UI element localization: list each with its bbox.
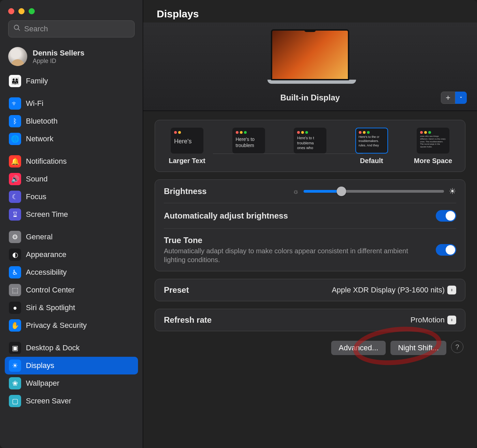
maximize-window-button[interactable] xyxy=(29,8,35,14)
sidebar-item-family[interactable]: 👨‍👩‍👧Family xyxy=(5,72,138,90)
sidebar-item-notifications[interactable]: 🔔Notifications xyxy=(5,153,138,170)
sidebar-item-label: Screen Time xyxy=(26,210,68,219)
access-icon: ♿︎ xyxy=(9,266,21,278)
user-subtitle: Apple ID xyxy=(33,58,84,65)
contrast-icon: ◐ xyxy=(9,249,21,261)
sidebar-item-screensaver[interactable]: ▢Screen Saver xyxy=(5,392,138,410)
sidebar-item-bluetooth[interactable]: ᛒBluetooth xyxy=(5,112,138,130)
settings-window: Dennis Sellers Apple ID 👨‍👩‍👧FamilyᯤWi-F… xyxy=(0,0,477,448)
sidebar-item-wallpaper[interactable]: ❀Wallpaper xyxy=(5,374,138,392)
sidebar-item-accessibility[interactable]: ♿︎Accessibility xyxy=(5,263,138,281)
sidebar-item-label: Screen Saver xyxy=(26,397,71,405)
preset-label: Preset xyxy=(164,285,189,295)
auto-brightness-label: Automatically adjust brightness xyxy=(164,211,288,221)
sidebar-item-label: Desktop & Dock xyxy=(26,343,80,352)
sidebar-item-label: General xyxy=(26,233,52,241)
night-shift-button[interactable]: Night Shift... xyxy=(390,341,446,355)
scale-label-more: More Space xyxy=(414,157,452,165)
sidebar-item-label: Network xyxy=(26,134,53,143)
add-display-button[interactable]: + xyxy=(441,92,455,104)
sidebar-item-desktop[interactable]: ▣Desktop & Dock xyxy=(5,339,138,357)
sidebar-item-label: Notifications xyxy=(26,157,67,166)
apple-id-row[interactable]: Dennis Sellers Apple ID xyxy=(0,44,143,72)
scale-option-more-space[interactable]: ones who see things different. Here's to… xyxy=(411,128,455,165)
sidebar-item-general[interactable]: ⚙General xyxy=(5,228,138,246)
bluetooth-icon: ᛒ xyxy=(9,115,21,127)
refresh-rate-select[interactable]: ProMotion xyxy=(411,316,456,324)
brightness-icon: ☀ xyxy=(9,359,21,372)
dock-icon: ▣ xyxy=(9,342,21,354)
scale-option-default[interactable]: Here's to the crtroublemakers.rules. And… xyxy=(350,128,394,165)
sidebar-item-sound[interactable]: 🔊Sound xyxy=(5,170,138,188)
sidebar-item-label: Privacy & Security xyxy=(26,321,87,330)
search-icon xyxy=(13,24,21,34)
scale-option-3[interactable]: Here's to ttroublemaones who xyxy=(288,128,332,165)
sidebar-item-privacy[interactable]: ✋Privacy & Security xyxy=(5,317,138,334)
sidebar-separator xyxy=(5,148,138,153)
main-content: Displays Built-in Display + xyxy=(143,0,477,448)
preset-select[interactable]: Apple XDR Display (P3-1600 nits) xyxy=(332,286,456,294)
brightness-slider-thumb[interactable] xyxy=(337,187,346,196)
device-name: Built-in Display xyxy=(280,93,340,102)
scale-option-larger-text[interactable]: Here's Larger Text xyxy=(165,128,209,165)
updown-icon xyxy=(447,286,456,294)
sidebar-item-siri[interactable]: ●Siri & Spotlight xyxy=(5,299,138,317)
sidebar-item-label: Focus xyxy=(26,192,46,201)
scale-option-2[interactable]: Here's totroublem xyxy=(227,128,271,165)
window-controls xyxy=(0,5,143,20)
updown-icon xyxy=(447,316,456,324)
advanced-button[interactable]: Advanced... xyxy=(331,341,386,355)
sidebar-item-label: Siri & Spotlight xyxy=(26,303,75,312)
device-preview-area: Built-in Display + xyxy=(143,22,477,111)
family-icon: 👨‍👩‍👧 xyxy=(9,75,21,87)
refresh-rate-panel: Refresh rate ProMotion xyxy=(155,309,465,331)
sidebar-item-label: Sound xyxy=(26,175,48,183)
sidebar-item-focus[interactable]: ☾Focus xyxy=(5,188,138,206)
refresh-rate-label: Refresh rate xyxy=(164,315,212,325)
refresh-rate-value: ProMotion xyxy=(411,316,445,324)
brightness-high-icon xyxy=(449,187,456,196)
sound-icon: 🔊 xyxy=(9,173,21,185)
flower-icon: ❀ xyxy=(9,377,21,389)
minimize-window-button[interactable] xyxy=(18,8,25,14)
sidebar-item-label: Control Center xyxy=(26,286,75,294)
true-tone-label: True Tone xyxy=(164,236,409,245)
brightness-panel: Brightness Automatically adjust brightne… xyxy=(155,179,465,271)
brightness-low-icon xyxy=(293,188,299,195)
sidebar-item-wifi[interactable]: ᯤWi-Fi xyxy=(5,95,138,112)
true-tone-toggle[interactable] xyxy=(436,244,456,256)
scale-label-larger: Larger Text xyxy=(169,157,205,165)
sidebar-item-appearance[interactable]: ◐Appearance xyxy=(5,246,138,263)
macbook-illustration xyxy=(267,29,353,89)
sidebar-item-network[interactable]: 🌐Network xyxy=(5,130,138,148)
search-field-container[interactable] xyxy=(8,20,135,37)
auto-brightness-toggle[interactable] xyxy=(436,210,456,222)
gear-icon: ⚙ xyxy=(9,231,21,243)
sidebar-separator xyxy=(5,223,138,228)
search-input[interactable] xyxy=(24,25,129,33)
brightness-slider[interactable] xyxy=(304,190,444,193)
sidebar-item-screentime[interactable]: ⌛︎Screen Time xyxy=(5,206,138,223)
sidebar: Dennis Sellers Apple ID 👨‍👩‍👧FamilyᯤWi-F… xyxy=(0,0,143,448)
bell-icon: 🔔 xyxy=(9,155,21,167)
display-options-dropdown[interactable] xyxy=(455,92,467,104)
sidebar-item-label: Bluetooth xyxy=(26,117,58,126)
plus-icon: + xyxy=(446,93,450,102)
frame-icon: ▢ xyxy=(9,395,21,407)
sidebar-item-label: Displays xyxy=(26,361,54,370)
sidebar-separator xyxy=(5,90,138,95)
true-tone-description: Automatically adapt display to make colo… xyxy=(164,246,409,264)
sidebar-separator xyxy=(5,334,138,339)
footer-buttons: Advanced... Night Shift... ? xyxy=(155,339,465,357)
help-button[interactable]: ? xyxy=(451,341,463,353)
sidebar-item-controlcenter[interactable]: ⬚Control Center xyxy=(5,281,138,299)
titlebar: Displays xyxy=(143,0,477,22)
preset-panel: Preset Apple XDR Display (P3-1600 nits) xyxy=(155,279,465,301)
sidebar-item-label: Family xyxy=(26,77,48,85)
sidebar-item-label: Wallpaper xyxy=(26,379,59,388)
brightness-slider-container xyxy=(293,187,456,196)
resolution-scale-panel: Here's Larger Text Here's totroublem Her… xyxy=(155,120,465,172)
close-window-button[interactable] xyxy=(8,8,14,14)
toggles-icon: ⬚ xyxy=(9,284,21,296)
sidebar-item-displays[interactable]: ☀Displays xyxy=(5,357,138,374)
